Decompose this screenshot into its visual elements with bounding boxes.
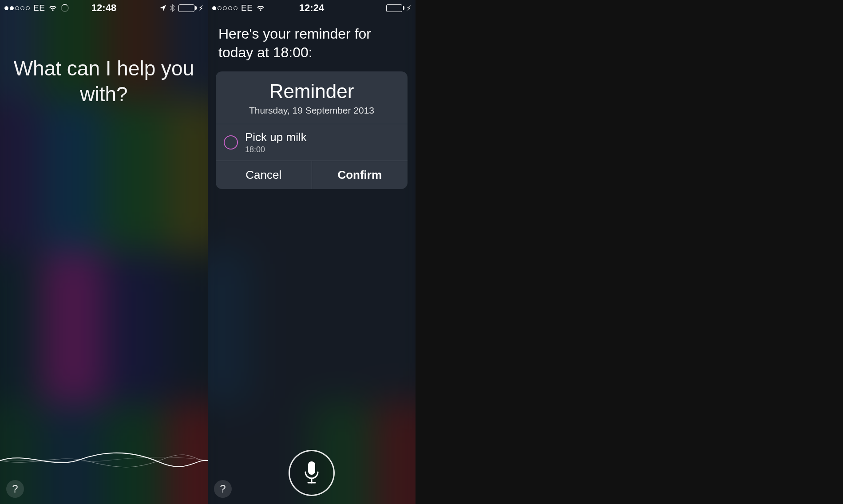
carrier-label: EE <box>241 3 253 13</box>
status-bar: EE 12:24 ⚡︎ <box>208 0 416 16</box>
bluetooth-icon <box>170 4 175 12</box>
siri-response-text: Here's your reminder for today at 18:00: <box>218 25 405 62</box>
status-bar: EE 12:48 ⚡︎ <box>0 0 208 16</box>
siri-prompt: What can I help you with? <box>0 56 208 107</box>
signal-dots <box>4 6 30 10</box>
signal-dots <box>212 6 237 10</box>
battery-icon: ⚡︎ <box>178 4 203 12</box>
reminder-time: 18:00 <box>245 145 307 154</box>
charging-bolt-icon: ⚡︎ <box>406 4 411 12</box>
clock: 12:48 <box>91 2 116 14</box>
location-icon <box>159 4 166 12</box>
wifi-icon <box>256 5 265 12</box>
reminder-card: Reminder Thursday, 19 September 2013 Pic… <box>216 71 408 189</box>
battery-icon: ⚡︎ <box>386 4 411 12</box>
confirm-button[interactable]: Confirm <box>312 161 408 189</box>
cancel-button[interactable]: Cancel <box>216 161 312 189</box>
siri-waveform <box>0 447 208 474</box>
siri-mic-button[interactable] <box>289 450 335 496</box>
help-icon: ? <box>220 483 226 495</box>
clock: 12:24 <box>299 2 324 14</box>
reminder-text: Pick up milk <box>245 130 307 144</box>
card-title: Reminder <box>221 80 402 102</box>
siri-panel-prompt: EE 12:48 ⚡︎ What <box>0 0 208 504</box>
svg-rect-0 <box>308 461 315 475</box>
carrier-label: EE <box>33 3 45 13</box>
card-subtitle: Thursday, 19 September 2013 <box>221 105 402 116</box>
microphone-icon <box>302 460 321 486</box>
reminder-radio-icon[interactable] <box>224 135 238 150</box>
charging-bolt-icon: ⚡︎ <box>198 4 203 12</box>
help-button[interactable]: ? <box>214 480 232 498</box>
loading-spinner-icon <box>61 4 69 12</box>
wifi-icon <box>48 5 57 12</box>
help-icon: ? <box>12 483 18 495</box>
reminder-item[interactable]: Pick up milk 18:00 <box>216 124 408 161</box>
siri-panel-reminder: EE 12:24 ⚡︎ Here's your reminder for tod… <box>208 0 416 504</box>
help-button[interactable]: ? <box>6 480 24 498</box>
